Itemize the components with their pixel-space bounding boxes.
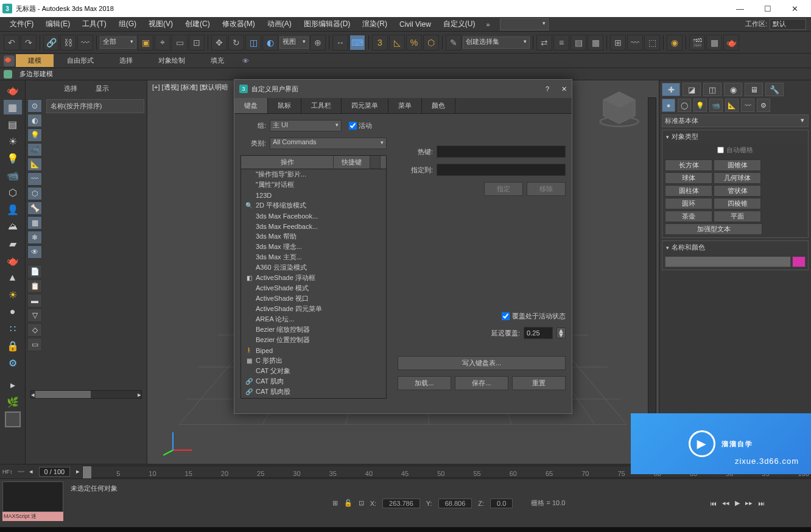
ribbon-tab-populate[interactable]: 填充: [198, 54, 236, 67]
snap-toggle-button[interactable]: 3: [372, 35, 388, 51]
action-row[interactable]: 🔗CAT 肌肉: [241, 376, 386, 387]
action-row[interactable]: 🔍2D 平移缩放模式: [241, 200, 386, 211]
goto-start-button[interactable]: ⏮: [707, 499, 719, 508]
lock-icon[interactable]: 🔓: [344, 499, 353, 507]
filter-icon[interactable]: 📐: [27, 158, 42, 171]
menu-civilview[interactable]: Civil View: [395, 19, 436, 30]
action-row[interactable]: ▦C 形挤出: [241, 355, 386, 366]
save-button[interactable]: 保存...: [455, 376, 508, 390]
action-row[interactable]: 🔗CAT 肌肉股: [241, 387, 386, 397]
select-object-button[interactable]: ▣: [138, 35, 153, 51]
menu-file[interactable]: 文件(F): [5, 18, 38, 30]
render-setup-button[interactable]: 🎬: [689, 35, 705, 51]
coord-y[interactable]: 68.806: [438, 499, 472, 508]
dlg-tab-mouse[interactable]: 鼠标: [268, 98, 301, 113]
action-row[interactable]: "属性"对话框: [241, 180, 386, 190]
filter-icon[interactable]: 〰: [27, 172, 42, 186]
dope-sheet-button[interactable]: 〰: [627, 35, 643, 51]
cmd-tab-hierarchy[interactable]: ◫: [703, 83, 721, 96]
scrollbar-h[interactable]: ◂▸: [30, 390, 142, 399]
object-type-dd[interactable]: 标准基本体: [662, 114, 809, 127]
create-shapes-button[interactable]: ◯: [678, 99, 691, 112]
create-cameras-button[interactable]: 📹: [709, 99, 723, 112]
action-row[interactable]: ◧ActiveShade 浮动框: [241, 273, 386, 283]
action-row[interactable]: Bezier 缩放控制器: [241, 324, 386, 335]
menu-animation[interactable]: 动画(A): [262, 18, 297, 30]
primitive-tube-button[interactable]: 管状体: [714, 185, 761, 197]
strip-swatch[interactable]: [5, 411, 21, 427]
dlg-tab-toolbar[interactable]: 工具栏: [301, 98, 342, 113]
filter-icon[interactable]: 📄: [27, 265, 42, 278]
action-row[interactable]: 3ds Max 主页...: [241, 252, 386, 262]
filter-icon[interactable]: ▭: [27, 338, 42, 351]
play-button[interactable]: ▶: [732, 498, 742, 508]
named-selection-dd[interactable]: 创建选择集: [463, 37, 530, 49]
menu-create[interactable]: 创建(C): [180, 18, 215, 30]
delay-spinner[interactable]: ▲▼: [556, 327, 566, 338]
strip-icon[interactable]: ∷: [4, 321, 22, 336]
strip-icon[interactable]: 💡: [4, 151, 22, 166]
strip-icon[interactable]: 🔒: [4, 338, 22, 353]
remove-button[interactable]: 移除: [527, 182, 566, 196]
filter-icon[interactable]: 💡: [27, 128, 42, 142]
link-button[interactable]: 🔗: [43, 35, 59, 51]
render-button[interactable]: 🫖: [723, 35, 739, 51]
coord-z[interactable]: 0.0: [490, 499, 513, 508]
strip-icon[interactable]: ●: [4, 304, 22, 319]
primitive-torus-button[interactable]: 圆环: [665, 198, 712, 209]
strip-icon[interactable]: ☀: [4, 134, 22, 149]
menu-customize[interactable]: 自定义(U): [438, 18, 480, 30]
strip-icon[interactable]: 🫖: [4, 83, 22, 97]
workspace-select[interactable]: 默认: [770, 19, 806, 30]
action-row[interactable]: 3ds Max Feedback...: [241, 221, 386, 231]
filter-icon[interactable]: ❄: [27, 231, 42, 244]
ribbon-sub-icon[interactable]: [4, 70, 12, 79]
percent-snap-button[interactable]: %: [406, 35, 422, 51]
action-row[interactable]: A360 云渲染模式: [241, 262, 386, 273]
menu-render[interactable]: 渲染(R): [357, 18, 392, 30]
rotate-button[interactable]: ↻: [228, 35, 244, 51]
ribbon-icon[interactable]: 👁: [242, 57, 249, 65]
filter-icon[interactable]: ◇: [27, 323, 42, 337]
primitive-cone-button[interactable]: 圆锥体: [714, 159, 761, 171]
action-row[interactable]: ActiveShade 四元菜单: [241, 304, 386, 314]
ribbon-tab-freeform[interactable]: 自由形式: [55, 54, 106, 67]
cmd-tab-utilities[interactable]: 🔧: [765, 83, 784, 96]
pivot-center-button[interactable]: ⊕: [310, 35, 326, 51]
primitive-box-button[interactable]: 长方体: [665, 159, 712, 171]
filter-icon[interactable]: ⬡: [27, 187, 42, 200]
create-helpers-button[interactable]: 📐: [725, 99, 739, 112]
strip-icon[interactable]: ▤: [4, 117, 22, 131]
dlg-tab-colors[interactable]: 颜色: [422, 98, 455, 113]
rect-region-button[interactable]: ▭: [172, 35, 188, 51]
redo-button[interactable]: ↷: [21, 35, 37, 51]
create-spacewarps-button[interactable]: 〰: [741, 99, 754, 112]
category-select[interactable]: All Commands: [270, 138, 387, 149]
menu-tools[interactable]: 工具(T): [77, 18, 111, 30]
filter-icon[interactable]: ▽: [27, 309, 42, 322]
menu-graph-editor[interactable]: 图形编辑器(D): [299, 18, 356, 30]
sort-header[interactable]: 名称(按升序排序): [46, 99, 144, 113]
action-row[interactable]: "操作指导"影片...: [241, 169, 386, 180]
selection-filter-dd[interactable]: 全部: [100, 37, 136, 49]
schematic-view-button[interactable]: ⬚: [644, 35, 660, 51]
minimize-button[interactable]: —: [726, 0, 754, 17]
action-row[interactable]: ActiveShade 模式: [241, 283, 386, 293]
action-row[interactable]: CAT 父对象: [241, 366, 386, 376]
action-row[interactable]: 3ds Max Facebook...: [241, 211, 386, 221]
strip-icon[interactable]: ▰: [4, 236, 22, 251]
action-row[interactable]: 🚶Biped: [241, 345, 386, 355]
scale-button[interactable]: ◫: [245, 35, 261, 51]
time-slider-thumb[interactable]: [83, 466, 91, 478]
write-keyboard-button[interactable]: 写入键盘表...: [398, 356, 566, 370]
ribbon-tab-paint[interactable]: 对象绘制: [146, 54, 197, 67]
action-row[interactable]: ActiveShade 视口: [241, 293, 386, 304]
manipulate-button[interactable]: ↔: [332, 35, 348, 51]
dialog-close-button[interactable]: ✕: [561, 85, 567, 93]
dialog-help-button[interactable]: ?: [546, 85, 549, 93]
col-action[interactable]: 操作: [241, 156, 334, 169]
action-row[interactable]: Bezier 位置控制器: [241, 335, 386, 345]
autogrid-checkbox[interactable]: [717, 147, 724, 153]
strip-icon[interactable]: ⬡: [4, 185, 22, 200]
maximize-button[interactable]: ☐: [754, 0, 781, 17]
